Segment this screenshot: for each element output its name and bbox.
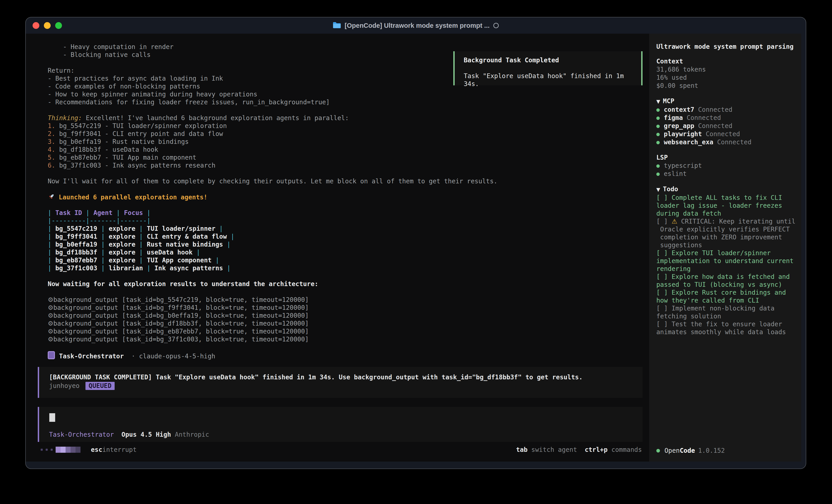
terminal-line [48,59,497,66]
mcp-header[interactable]: ▼MCP [656,97,797,106]
todo-item[interactable]: [ ] Test the fix to ensure loader animat… [656,320,797,336]
connected-dot-icon [656,141,660,144]
context-spent: $0.00 spent [656,82,797,90]
brand-code: Code [680,447,695,455]
progress-spinner-icon [41,447,80,453]
tab-key-label: switch agent [527,446,577,453]
todo-item[interactable]: [ ] Complete ALL tasks to fix CLI loader… [656,194,797,218]
window-title-group: [OpenCode] Ultrawork mode system prompt … [333,22,498,29]
screen: [OpenCode] Ultrawork mode system prompt … [0,0,832,504]
completed-task-message: [BACKGROUND TASK COMPLETED] Task "Explor… [38,367,643,398]
lsp-list: typescripteslint [656,162,797,178]
terminal-line: - Code examples of non-blocking patterns [48,82,497,90]
mcp-item: websearch_exa Connected [656,138,797,146]
terminal-line: ⚙background_output [task_id=bg_5547c219,… [48,296,497,304]
app-version-footer: OpenCode 1.0.152 [656,447,725,455]
todo-item[interactable]: [ ] Explore how data is fetched and pass… [656,273,797,288]
terminal-line: | bg_37f1c003 | librarian | Ink async pa… [48,264,497,272]
zoom-button[interactable] [55,22,62,29]
terminal-line: ⚙background_output [task_id=bg_b0effa19,… [48,312,497,319]
model-name[interactable]: Opus 4.5 High [122,431,171,438]
context-section: Context 31,686 tokens 16% used $0.00 spe… [656,57,797,90]
text-cursor [49,413,55,422]
todo-item[interactable]: [ ] Explore Rust core bindings and how t… [656,288,797,304]
terminal-line [48,343,497,351]
connected-dot-icon [656,116,660,120]
rocket-icon [48,193,55,200]
connected-dot-icon [656,124,660,128]
context-used: 16% used [656,74,797,82]
terminal-line: Thinking: Excellent! I've launched 6 bac… [48,114,497,122]
lsp-item: eslint [656,170,797,178]
app-version: 1.0.152 [698,447,725,455]
lsp-item: typescript [656,162,797,170]
terminal-line: 4. bg_df18bb3f - useData hook [48,146,497,153]
terminal-line: ⚙background_output [task_id=bg_df18bb3f,… [48,319,497,328]
todo-item[interactable]: [ ] Explore TUI loader/spinner implement… [656,249,797,273]
terminal-line: ⚙background_output [task_id=bg_eb87ebb7,… [48,328,497,335]
mcp-item: grep_app Connected [656,122,797,130]
todo-item[interactable]: [ ] Implement non-blocking data fetching… [656,304,797,320]
terminal-line: |---------|-------|-------| [48,217,497,225]
session-title: Ultrawork mode system prompt parsing [656,43,797,51]
connected-dot-icon [656,108,660,112]
statusbar-left: esc interrupt [41,445,136,454]
terminal-line: - Best practices for async data loading … [48,75,497,82]
terminal-line: 1. bg_5547c219 - TUI loader/spinner expl… [48,122,497,130]
provider-name: Anthropic [175,431,209,438]
todo-header[interactable]: ▼Todo [656,185,797,194]
terminal-line: 6. bg_37f1c003 - Ink async patterns rese… [48,162,497,169]
lsp-section: LSP typescripteslint [656,153,797,178]
notification-title: Background Task Completed [464,56,641,64]
document-modified-icon [493,23,499,28]
terminal-line: Launched 6 parallel exploration agents! [48,193,497,201]
completed-task-meta: junhoyeoQUEUED [49,382,643,390]
user-name: junhoyeo [49,382,80,390]
sidebar: Ultrawork mode system prompt parsing Con… [649,34,801,461]
lsp-header: LSP [656,153,797,162]
close-button[interactable] [32,22,40,29]
input-agent-row: Task-Orchestrator Opus 4.5 High Anthropi… [49,431,209,438]
status-badge: QUEUED [85,382,114,390]
terminal-line: | bg_eb87ebb7 | explore | TUI App compon… [48,256,497,264]
folder-icon [333,22,341,29]
context-header: Context [656,57,797,65]
terminal-line: Now waiting for all exploration results … [48,280,497,288]
terminal-line [48,288,497,296]
ctrlp-key-label: commands [607,446,642,453]
terminal-line: - Blocking native calls [48,51,497,59]
minimize-button[interactable] [44,22,51,29]
terminal-line: 5. bg_eb87ebb7 - TUI App main component [48,153,497,162]
todo-section: ▼Todo [ ] Complete ALL tasks to fix CLI … [656,185,797,336]
warning-icon: ⚠ [672,218,677,225]
background-task-notification[interactable]: Background Task Completed Task "Explore … [453,51,643,85]
chevron-down-icon: ▼ [656,99,660,104]
todo-item[interactable]: [ ] ⚠ CRITICAL: Keep iterating until Ora… [656,218,797,249]
terminal-line: ⚙background_output [task_id=bg_37f1c003,… [48,335,497,343]
notification-message: Task "Explore useData hook" finished in … [464,72,641,88]
context-tokens: 31,686 tokens [656,65,797,74]
terminal-line: | bg_5547c219 | explore | TUI loader/spi… [48,225,497,232]
traffic-lights [32,18,62,34]
tab-key-hint: tab [516,446,528,453]
terminal-line: | bg_f9ff3041 | explore | CLI entry & da… [48,232,497,241]
mcp-item: context7 Connected [656,106,797,114]
terminal-line [48,201,497,209]
prompt-input[interactable]: Task-Orchestrator Opus 4.5 High Anthropi… [38,407,643,442]
agent-icon [48,351,55,359]
agent-name[interactable]: Task-Orchestrator [49,431,114,438]
ctrlp-key-hint: ctrl+p [584,446,607,453]
terminal-line: - Heavy computation in render [48,43,497,51]
esc-key-label: interrupt [102,446,137,453]
terminal-line: 3. bg_b0effa19 - Rust native bindings [48,138,497,146]
statusbar-right: tab switch agent ctrl+p commands [516,445,642,454]
mcp-item: playwright Connected [656,130,797,138]
terminal-line [48,185,497,193]
terminal-line: ⚙background_output [task_id=bg_f9ff3041,… [48,304,497,312]
terminal-line: | bg_b0effa19 | explore | Rust native bi… [48,241,497,248]
titlebar: [OpenCode] Ultrawork mode system prompt … [26,18,806,34]
terminal-line: Task-Orchestrator · claude-opus-4-5-high [48,351,497,359]
terminal-line: | Task ID | Agent | Focus | [48,209,497,217]
esc-key-hint: esc [91,446,102,453]
connected-dot-icon [656,133,660,136]
